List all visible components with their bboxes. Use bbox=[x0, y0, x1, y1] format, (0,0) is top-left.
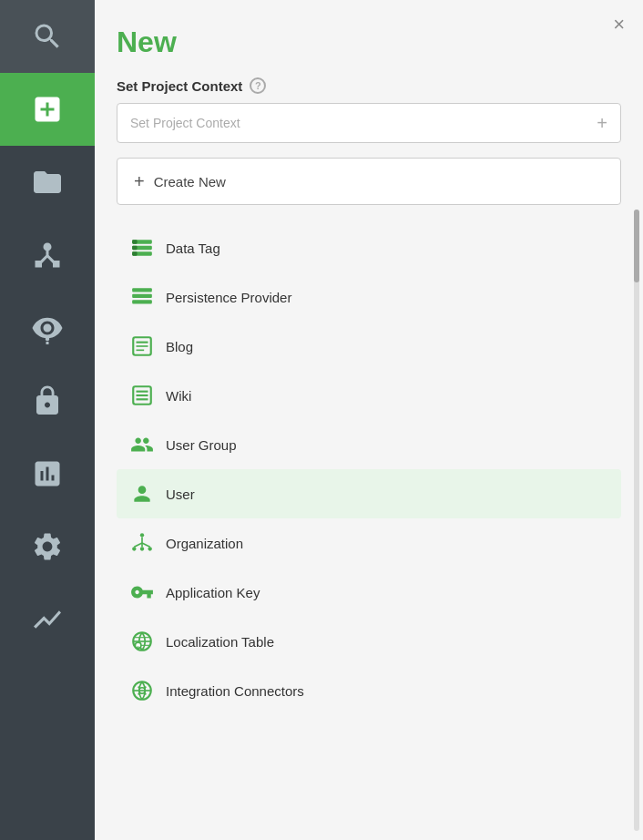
localization-icon: A bbox=[129, 629, 155, 654]
panel-title: New bbox=[117, 26, 621, 59]
user-label: User bbox=[166, 487, 195, 502]
create-new-plus-icon: + bbox=[134, 171, 145, 192]
menu-item-wiki[interactable]: Wiki bbox=[117, 371, 621, 420]
context-add-icon: + bbox=[597, 113, 607, 134]
svg-point-0 bbox=[46, 337, 50, 342]
scroll-thumb[interactable] bbox=[634, 210, 639, 282]
menu-item-application-key[interactable]: Application Key bbox=[117, 568, 621, 617]
svg-rect-10 bbox=[132, 300, 152, 303]
menu-item-integration-connectors[interactable]: Integration Connectors bbox=[117, 666, 621, 715]
help-icon[interactable]: ? bbox=[250, 77, 266, 94]
wiki-label: Wiki bbox=[166, 388, 191, 404]
menu-item-data-tag[interactable]: Data Tag bbox=[117, 223, 621, 272]
analytics-icon bbox=[31, 457, 64, 490]
scroll-track[interactable] bbox=[634, 210, 639, 831]
create-new-label: Create New bbox=[154, 174, 226, 190]
chart-icon bbox=[31, 603, 64, 636]
svg-rect-7 bbox=[132, 251, 137, 255]
wiki-icon bbox=[129, 383, 155, 408]
section-label-text: Set Project Context bbox=[117, 78, 242, 94]
svg-text:A: A bbox=[137, 645, 139, 650]
sidebar-item-settings[interactable] bbox=[0, 510, 95, 583]
search-icon bbox=[31, 20, 64, 53]
sidebar-item-lock[interactable] bbox=[0, 364, 95, 437]
persistence-label: Persistence Provider bbox=[166, 290, 291, 305]
sidebar-item-monitor[interactable] bbox=[0, 292, 95, 364]
user-icon bbox=[129, 481, 155, 507]
create-new-button[interactable]: + Create New bbox=[117, 158, 621, 205]
sidebar-item-folder[interactable] bbox=[0, 146, 95, 219]
svg-rect-9 bbox=[132, 294, 152, 298]
svg-line-26 bbox=[142, 543, 150, 547]
sidebar-item-chart[interactable] bbox=[0, 583, 95, 656]
menu-item-persistence-provider[interactable]: Persistence Provider bbox=[117, 272, 621, 322]
menu-item-organization[interactable]: Organization bbox=[117, 518, 621, 568]
svg-line-24 bbox=[134, 543, 142, 547]
close-button[interactable]: × bbox=[613, 15, 625, 35]
main-panel: × New Set Project Context ? Set Project … bbox=[95, 0, 643, 840]
localization-label: Localization Table bbox=[166, 634, 274, 650]
data-tag-icon bbox=[129, 235, 155, 261]
organization-label: Organization bbox=[166, 536, 243, 551]
user-group-icon bbox=[129, 432, 155, 457]
svg-rect-3 bbox=[132, 240, 137, 243]
folder-icon bbox=[31, 166, 64, 199]
menu-item-blog[interactable]: Blog bbox=[117, 322, 621, 371]
svg-point-20 bbox=[132, 547, 136, 550]
menu-item-user-group[interactable]: User Group bbox=[117, 420, 621, 469]
section-label: Set Project Context ? bbox=[117, 77, 621, 94]
monitor-icon bbox=[31, 312, 64, 344]
settings-icon bbox=[31, 530, 64, 563]
organization-icon bbox=[129, 530, 155, 556]
menu-item-localization-table[interactable]: A Localization Table bbox=[117, 617, 621, 666]
sidebar bbox=[0, 0, 95, 840]
svg-point-19 bbox=[140, 533, 144, 537]
sidebar-item-search[interactable] bbox=[0, 0, 95, 73]
network-icon bbox=[31, 239, 64, 271]
integration-icon bbox=[129, 678, 155, 703]
context-input[interactable]: Set Project Context + bbox=[117, 103, 621, 143]
svg-rect-5 bbox=[132, 246, 137, 250]
svg-rect-8 bbox=[132, 288, 152, 292]
sidebar-item-analytics[interactable] bbox=[0, 437, 95, 510]
persistence-icon bbox=[129, 284, 155, 310]
blog-icon bbox=[129, 333, 155, 359]
svg-point-21 bbox=[140, 547, 144, 550]
menu-list: Data Tag Persistence Provider bbox=[117, 223, 621, 715]
sidebar-item-network[interactable] bbox=[0, 219, 95, 292]
menu-item-user[interactable]: User bbox=[117, 469, 621, 518]
sidebar-item-add[interactable] bbox=[0, 73, 95, 146]
integration-label: Integration Connectors bbox=[166, 683, 304, 699]
app-key-icon bbox=[129, 579, 155, 605]
data-tag-label: Data Tag bbox=[166, 241, 220, 256]
user-group-label: User Group bbox=[166, 437, 237, 453]
app-key-label: Application Key bbox=[166, 585, 260, 600]
context-input-placeholder: Set Project Context bbox=[130, 116, 240, 130]
add-icon bbox=[31, 93, 64, 126]
blog-label: Blog bbox=[166, 339, 193, 354]
lock-icon bbox=[31, 384, 64, 417]
svg-point-22 bbox=[148, 547, 152, 550]
